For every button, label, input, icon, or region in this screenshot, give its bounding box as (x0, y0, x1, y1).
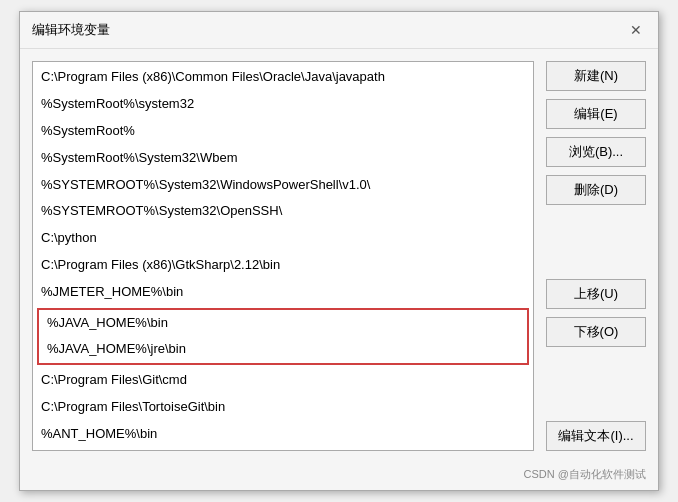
list-item[interactable]: C:\Program Files\TortoiseGit\bin (33, 394, 533, 421)
title-bar: 编辑环境变量 ✕ (20, 12, 658, 49)
browse-button[interactable]: 浏览(B)... (546, 137, 646, 167)
list-item[interactable]: %SystemRoot%\System32\Wbem (33, 145, 533, 172)
move-down-button[interactable]: 下移(O) (546, 317, 646, 347)
button-panel: 新建(N) 编辑(E) 浏览(B)... 删除(D) 上移(U) 下移(O) 编… (546, 61, 646, 450)
list-item[interactable]: %SystemRoot%\system32 (33, 91, 533, 118)
watermark: CSDN @自动化软件测试 (20, 463, 658, 490)
dialog-title: 编辑环境变量 (32, 21, 110, 39)
list-item[interactable]: %ANT_HOME%\bin (33, 421, 533, 448)
list-item[interactable]: %SYSTEMROOT%\System32\WindowsPowerShell\… (33, 172, 533, 199)
dialog-body: C:\Program Files (x86)\Common Files\Orac… (20, 49, 658, 462)
edit-button[interactable]: 编辑(E) (546, 99, 646, 129)
list-item[interactable]: C:\python (33, 225, 533, 252)
list-item[interactable]: C:\Program Files\Git\cmd (33, 367, 533, 394)
highlighted-group: %JAVA_HOME%\bin%JAVA_HOME%\jre\bin (37, 308, 529, 366)
list-item[interactable]: %SYSTEMROOT%\System32\OpenSSH\ (33, 198, 533, 225)
new-button[interactable]: 新建(N) (546, 61, 646, 91)
list-item[interactable]: C:\Program Files (x86)\Common Files\Orac… (33, 64, 533, 91)
env-var-list[interactable]: C:\Program Files (x86)\Common Files\Orac… (32, 61, 534, 450)
list-item[interactable]: C:\Program Files (x86)\GtkSharp\2.12\bin (33, 252, 533, 279)
move-up-button[interactable]: 上移(U) (546, 279, 646, 309)
list-item[interactable]: %JAVA_HOME%\jre\bin (39, 336, 527, 363)
close-button[interactable]: ✕ (626, 20, 646, 40)
delete-button[interactable]: 删除(D) (546, 175, 646, 205)
edit-text-button[interactable]: 编辑文本(I)... (546, 421, 646, 451)
list-item[interactable]: %JAVA_HOME%\bin (39, 310, 527, 337)
list-item[interactable]: %SystemRoot% (33, 118, 533, 145)
list-item[interactable]: %JMETER_HOME%\bin (33, 279, 533, 306)
edit-env-var-dialog: 编辑环境变量 ✕ C:\Program Files (x86)\Common F… (19, 11, 659, 490)
